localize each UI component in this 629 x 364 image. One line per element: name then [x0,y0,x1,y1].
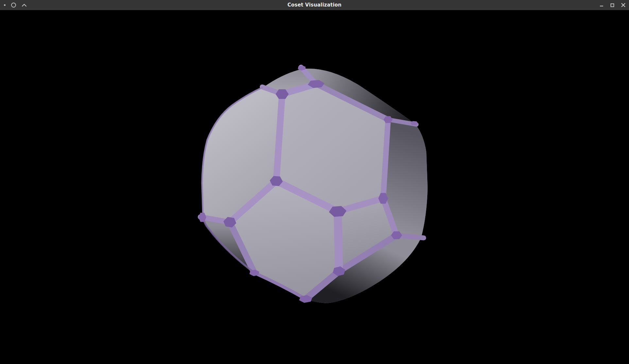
polyhedron-edge [338,211,339,271]
3d-viewport[interactable] [0,0,629,364]
minimize-button[interactable] [598,2,605,8]
maximize-button[interactable] [609,2,616,8]
close-button[interactable] [620,2,627,8]
polyhedron-canvas [0,0,629,364]
titlebar: Coset Visualization [0,0,629,10]
app-window: Coset Visualization [0,0,629,364]
titlebar-left-icons [3,0,28,10]
window-controls [598,0,627,10]
polyhedron-faces [202,69,428,303]
chevron-up-icon[interactable] [20,3,28,8]
circle-icon[interactable] [10,2,17,8]
dot-icon[interactable] [3,4,7,7]
window-title: Coset Visualization [287,0,341,10]
